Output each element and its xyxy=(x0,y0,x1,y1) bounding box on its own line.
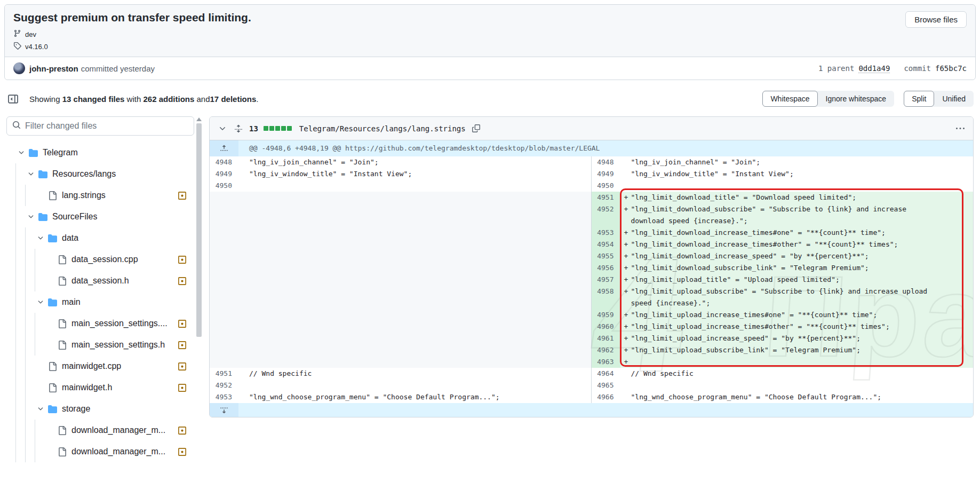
tree-file-data-session-cpp[interactable]: data_session.cpp xyxy=(6,249,194,270)
kebab-menu-icon[interactable] xyxy=(955,123,966,134)
file-icon xyxy=(56,277,68,286)
diff-line-number[interactable]: 4953 xyxy=(592,227,620,239)
file-path[interactable]: Telegram/Resources/langs/lang.strings xyxy=(299,124,466,133)
diff-line-number[interactable]: 4948 xyxy=(210,156,238,168)
tree-file-download-manager-m-[interactable]: download_manager_m... xyxy=(6,420,194,441)
sidebar-scrollbar[interactable] xyxy=(195,116,203,458)
diff-line-number[interactable]: 4962 xyxy=(592,344,620,356)
diff-line: 4964// Wnd specific xyxy=(592,368,974,380)
tree-folder-telegram[interactable]: Telegram xyxy=(6,142,194,163)
unified-view-toggle[interactable]: Unified xyxy=(934,91,974,107)
chevron-down-icon[interactable] xyxy=(25,170,37,178)
tree-folder-storage[interactable]: storage xyxy=(6,398,194,420)
diff-line-number[interactable]: 4959 xyxy=(592,309,620,321)
diff-line-number[interactable]: 4955 xyxy=(592,250,620,262)
tree-file-mainwidget-h[interactable]: mainwidget.h xyxy=(6,377,194,398)
branch-name[interactable]: dev xyxy=(25,30,36,38)
tree-item-label: main_session_settings.h xyxy=(71,340,165,350)
tree-item-label: main xyxy=(62,297,81,307)
diff-line-code: "lng_wnd_choose_program_menu" = "Choose … xyxy=(238,391,591,403)
commit-author[interactable]: john-preston xyxy=(29,64,78,73)
filter-files-input[interactable] xyxy=(25,121,188,131)
diff-line-number[interactable]: 4966 xyxy=(592,391,620,403)
tree-guide-line xyxy=(15,398,25,420)
diff-line-code: +"lng_limit_download_increase_times#one"… xyxy=(620,227,974,239)
chevron-down-icon[interactable] xyxy=(25,213,37,220)
chevron-down-icon[interactable] xyxy=(35,234,46,242)
diff-line-number[interactable]: 4965 xyxy=(592,380,620,391)
search-icon xyxy=(12,121,21,131)
diff-line-code: +"lng_limit_upload_subscribe_link" = "Te… xyxy=(620,344,974,356)
diff-line-number[interactable]: 4960 xyxy=(592,321,620,333)
whitespace-toggle[interactable]: Whitespace xyxy=(762,91,817,107)
tree-item-label: lang.strings xyxy=(62,191,106,200)
tag-name[interactable]: v4.16.0 xyxy=(25,43,48,51)
diff-line-number[interactable]: 4951 xyxy=(210,368,238,380)
split-view-toggle[interactable]: Split xyxy=(904,91,934,107)
diff-line-number[interactable]: 4953 xyxy=(210,391,238,403)
diff-line-number[interactable]: 4951 xyxy=(592,192,620,203)
tree-guide-line xyxy=(15,206,25,227)
diff-line-number[interactable]: 4949 xyxy=(210,168,238,180)
git-branch-icon xyxy=(13,29,21,39)
tree-file-main-session-settings-h[interactable]: main_session_settings.h xyxy=(6,334,194,356)
diff-line-number[interactable]: 4957 xyxy=(592,274,620,286)
split-diff: 4948"lng_iv_join_channel" = "Join";4949"… xyxy=(210,156,973,403)
diff-line-number[interactable]: 4950 xyxy=(210,180,238,192)
diff-line-number[interactable]: 4948 xyxy=(592,156,620,168)
diff-line-code: +"lng_limit_download_increase_times#othe… xyxy=(620,239,974,250)
tree-guide-line xyxy=(25,420,35,441)
diffstat-squares xyxy=(264,126,292,131)
diff-line-number[interactable]: 4963 xyxy=(592,356,620,368)
diff-line-number[interactable]: 4950 xyxy=(592,180,620,192)
tree-guide-line xyxy=(35,441,44,462)
scrollbar-thumb[interactable] xyxy=(196,123,202,337)
diff-line-number[interactable]: 4952 xyxy=(592,203,620,227)
commit-shas: 1 parent 0dd1a49 commit f65bc7c xyxy=(818,64,967,73)
file-icon xyxy=(46,383,58,392)
addition-sign: + xyxy=(624,274,628,286)
split-unified-segmented-control: Split Unified xyxy=(904,91,974,107)
diff-pane-old: 4948"lng_iv_join_channel" = "Join";4949"… xyxy=(210,156,592,403)
tree-folder-main[interactable]: main xyxy=(6,291,194,313)
avatar[interactable] xyxy=(13,62,25,74)
tree-guide-line xyxy=(15,163,25,185)
tree-guide-line xyxy=(25,185,35,206)
tree-folder-data[interactable]: data xyxy=(6,227,194,249)
tree-guide-line xyxy=(25,249,35,270)
tree-folder-resources-langs[interactable]: Resources/langs xyxy=(6,163,194,185)
diff-line-number[interactable]: 4954 xyxy=(592,239,620,250)
ignore-whitespace-toggle[interactable]: Ignore whitespace xyxy=(818,91,895,107)
diff-line-number[interactable]: 4956 xyxy=(592,262,620,274)
expand-updown-icon[interactable] xyxy=(233,123,244,134)
diff-line-number[interactable]: 4958 xyxy=(592,286,620,309)
modified-file-icon xyxy=(178,362,187,371)
diff-line-number[interactable]: 4952 xyxy=(210,380,238,391)
tree-file-main-session-settings-[interactable]: main_session_settings.... xyxy=(6,313,194,334)
parent-sha-link[interactable]: 0dd1a49 xyxy=(858,64,890,73)
tree-file-download-manager-m-[interactable]: download_manager_m... xyxy=(6,441,194,462)
expand-up-button[interactable] xyxy=(210,140,238,156)
addition-sign: + xyxy=(624,286,628,297)
diff-line-number[interactable]: 4964 xyxy=(592,368,620,380)
changes-summary: Showing 13 changed files with 262 additi… xyxy=(29,94,258,104)
collapse-file-chevron-icon[interactable] xyxy=(217,123,228,134)
commit-sha: f65bc7c xyxy=(935,64,967,73)
chevron-down-icon[interactable] xyxy=(35,405,46,413)
folder-icon xyxy=(37,170,49,179)
copy-path-icon[interactable] xyxy=(471,123,481,133)
diff-line-number[interactable]: 4949 xyxy=(592,168,620,180)
tree-file-data-session-h[interactable]: data_session.h xyxy=(6,270,194,291)
scrollbar-up-arrow[interactable] xyxy=(196,117,202,121)
expand-down-button[interactable] xyxy=(210,403,238,417)
diff-line-code: +"lng_limit_download_subscribe" = "Subsc… xyxy=(620,203,974,227)
file-tree-toggle-icon[interactable] xyxy=(6,92,20,106)
browse-files-button[interactable]: Browse files xyxy=(905,11,967,28)
tree-file-mainwidget-cpp[interactable]: mainwidget.cpp xyxy=(6,356,194,377)
chevron-down-icon[interactable] xyxy=(35,298,46,306)
tree-file-lang-strings[interactable]: lang.strings xyxy=(6,185,194,206)
diff-line-number[interactable]: 4961 xyxy=(592,333,620,344)
tree-folder-sourcefiles[interactable]: SourceFiles xyxy=(6,206,194,227)
addition-sign: + xyxy=(624,262,628,274)
chevron-down-icon[interactable] xyxy=(15,149,27,156)
